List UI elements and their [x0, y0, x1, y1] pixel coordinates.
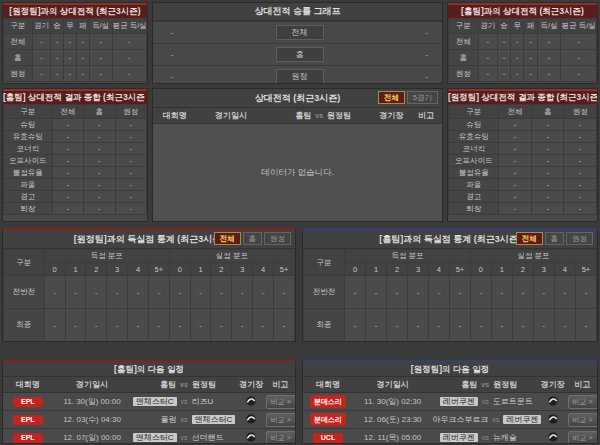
- table-cell: 4: [428, 263, 449, 276]
- table-cell: -: [531, 155, 564, 167]
- panel-title: [홈팀]과의 상대전적 (최근3시즌): [448, 3, 597, 18]
- table-cell: 평균 득/실: [561, 19, 597, 34]
- compare-button[interactable]: 비교 >: [568, 395, 598, 409]
- group-scored: 득점 분포: [345, 250, 471, 263]
- table-cell: -: [148, 309, 169, 342]
- table-cell: 1: [366, 263, 387, 276]
- note-cell: 비교 >: [266, 413, 295, 427]
- table-cell: -: [533, 276, 554, 309]
- filter-all-button[interactable]: 전체: [214, 232, 241, 245]
- league-badge: EPL: [13, 415, 43, 425]
- table-cell: -: [84, 167, 115, 179]
- compare-button[interactable]: 비교 >: [266, 413, 296, 427]
- col-vs: vs: [481, 381, 489, 388]
- table-cell: 패: [524, 19, 537, 34]
- table-cell: -: [531, 167, 564, 179]
- stadium-icon: [547, 413, 559, 425]
- table-cell: -: [107, 276, 128, 309]
- col-vs: vs: [180, 381, 188, 388]
- table-cell: -: [499, 191, 532, 203]
- table-cell: 3: [232, 263, 253, 276]
- schedule-row: EPL 11. 30(일) 00:00 맨체스터Cvs리즈U 비교 >: [3, 393, 295, 411]
- teams-cell: 풀럼vs맨체스터C: [131, 414, 236, 425]
- team-name: 아우크스부르크: [432, 415, 488, 424]
- filter-recent5-button[interactable]: 5경기: [407, 91, 438, 104]
- table-cell: 구분: [4, 19, 33, 34]
- col-away: 원정팀: [493, 379, 538, 390]
- col-home: 홈팀: [266, 110, 312, 121]
- row-label: 전반전: [4, 276, 45, 309]
- filter-all-button[interactable]: 전체: [378, 91, 405, 104]
- table-cell: -: [428, 276, 449, 309]
- compare-button[interactable]: 비교 >: [266, 431, 296, 445]
- table-row: 파울---: [4, 179, 147, 191]
- table-cell: -: [499, 155, 532, 167]
- league-cell: EPL: [3, 433, 53, 443]
- table-cell: -: [564, 155, 597, 167]
- away-team: 선더랜드: [192, 432, 237, 443]
- table-cell: -: [84, 131, 115, 143]
- teams-cell: 맨체스터Cvs선더랜드: [131, 432, 236, 443]
- filter-away-button[interactable]: 원정: [566, 232, 593, 245]
- filter-all-button[interactable]: 전체: [516, 232, 543, 245]
- row-label: 오프사이드: [4, 155, 53, 167]
- col-league: 대회명: [3, 379, 53, 390]
- table-row: 원정------: [449, 66, 597, 82]
- compare-button[interactable]: 비교 >: [568, 413, 598, 427]
- table-cell: -: [190, 309, 211, 342]
- row-label: 전반전: [304, 276, 345, 309]
- table-cell: -: [115, 179, 146, 191]
- table-cell: -: [499, 119, 532, 131]
- table-cell: -: [274, 309, 295, 342]
- filter-buttons: 전체 홈 원정: [516, 232, 594, 245]
- table-row: 오프사이드---: [4, 155, 147, 167]
- table-cell: -: [84, 155, 115, 167]
- table-cell: -: [84, 179, 115, 191]
- table-cell: -: [115, 131, 146, 143]
- table-group-header-row: 구분득점 분포실점 분포: [304, 250, 597, 263]
- table-cell: -: [148, 276, 169, 309]
- league-cell: 분데스리: [303, 395, 353, 408]
- summary-away-table: 구분전체홈원정 슈팅--- 유효슈팅--- 코너킥--- 오프사이드--- 볼점…: [448, 104, 597, 215]
- table-cell: 0: [345, 263, 366, 276]
- compare-button[interactable]: 비교 >: [266, 395, 296, 409]
- table-cell: 4: [128, 263, 149, 276]
- table-row: 유효슈팅---: [4, 131, 147, 143]
- table-cell: -: [512, 276, 533, 309]
- table-cell: 1: [491, 263, 512, 276]
- table-cell: 전체: [499, 105, 532, 119]
- table-cell: -: [407, 276, 428, 309]
- table-cell: -: [115, 119, 146, 131]
- filter-away-button[interactable]: 원정: [264, 232, 291, 245]
- stadium-cell: [538, 413, 567, 427]
- filter-home-button[interactable]: 홈: [243, 232, 263, 245]
- table-cell: -: [499, 203, 532, 215]
- panel-goals-vs-awayteam: [원정팀]과의 득실점 통계 (최근3시즌) 전체 홈 원정 구분득점 분포실점…: [2, 228, 296, 342]
- table-cell: -: [112, 34, 146, 50]
- panel-title-bar: [홈팀]과의 득실점 통계 (최근3시즌) 전체 홈 원정: [303, 230, 597, 249]
- winrate-right-value: -: [324, 72, 443, 81]
- table-cell: -: [65, 309, 86, 342]
- league-badge: 분데스리: [310, 395, 346, 408]
- row-label: 슈팅: [449, 119, 499, 131]
- league-badge: 분데스리: [310, 413, 346, 426]
- panel-title: [원정팀]의 다음 일정: [303, 362, 597, 377]
- table-cell: -: [89, 34, 112, 50]
- vs-label: vs: [181, 398, 188, 405]
- compare-button[interactable]: 비교 >: [568, 431, 598, 445]
- table-cell: -: [449, 276, 470, 309]
- winrate-left-value: -: [153, 50, 276, 59]
- table-cell: 4: [554, 263, 575, 276]
- league-badge: UCL: [313, 433, 343, 443]
- table-cell: -: [533, 309, 554, 342]
- table-cell: -: [84, 203, 115, 215]
- table-cell: 구분: [449, 105, 499, 119]
- home-team: 맨체스터C: [131, 396, 176, 407]
- table-row: 퇴장---: [4, 203, 147, 215]
- table-cell: -: [366, 276, 387, 309]
- table-cell: -: [561, 50, 597, 66]
- table-cell: -: [32, 66, 51, 82]
- filter-home-button[interactable]: 홈: [545, 232, 565, 245]
- table-cell: -: [128, 309, 149, 342]
- row-label: 홈: [4, 50, 33, 66]
